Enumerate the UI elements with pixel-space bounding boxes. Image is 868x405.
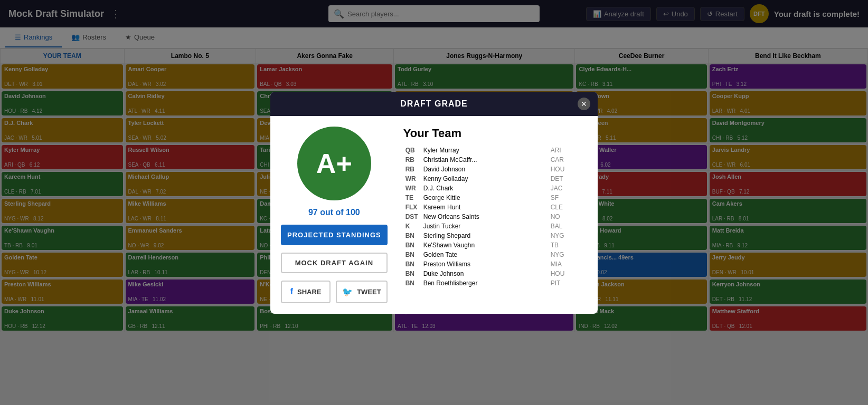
draft-grade-modal: DRAFT GRADE ✕ A+ 97 out of 100 PROJECTED… — [270, 92, 598, 314]
roster-position: BN — [403, 269, 421, 278]
roster-team: NYG — [549, 231, 587, 240]
roster-team: CAR — [549, 155, 587, 165]
roster-row: WR D.J. Chark JAC — [403, 184, 587, 193]
roster-position: TE — [403, 193, 421, 202]
grade-score: 97 out of 100 — [308, 208, 360, 217]
roster-row: DST New Orleans Saints NO — [403, 212, 587, 221]
roster-player-name: Kareem Hunt — [421, 202, 549, 212]
share-row: f SHARE 🐦 TWEET — [281, 281, 388, 303]
modal-left-panel: A+ 97 out of 100 PROJECTED STANDINGS MOC… — [281, 127, 388, 303]
roster-position: K — [403, 221, 421, 231]
mock-draft-again-button[interactable]: MOCK DRAFT AGAIN — [281, 253, 388, 273]
roster-position: FLX — [403, 202, 421, 212]
modal-title: DRAFT GRADE — [400, 99, 467, 108]
roster-position: RB — [403, 155, 421, 165]
roster-position: BN — [403, 250, 421, 259]
roster-position: RB — [403, 165, 421, 174]
modal-right-panel: Your Team QB Kyler Murray ARI RB Christi… — [403, 127, 587, 303]
roster-row: BN Preston Williams MIA — [403, 259, 587, 269]
roster-player-name: Ke'Shawn Vaughn — [421, 240, 549, 250]
roster-table: QB Kyler Murray ARI RB Christian McCaffr… — [403, 146, 587, 288]
roster-team: CLE — [549, 202, 587, 212]
grade-circle: A+ — [297, 127, 371, 200]
roster-player-name: Ben Roethlisberger — [421, 278, 549, 288]
roster-row: BN Ben Roethlisberger PIT — [403, 278, 587, 288]
roster-row: BN Duke Johnson HOU — [403, 269, 587, 278]
roster-position: BN — [403, 231, 421, 240]
roster-row: RB David Johnson HOU — [403, 165, 587, 174]
roster-position: BN — [403, 240, 421, 250]
roster-player-name: Duke Johnson — [421, 269, 549, 278]
roster-position: WR — [403, 174, 421, 184]
roster-player-name: Golden Tate — [421, 250, 549, 259]
tweet-button[interactable]: 🐦 TWEET — [336, 281, 388, 303]
roster-row: TE George Kittle SF — [403, 193, 587, 202]
roster-player-name: Kyler Murray — [421, 146, 549, 155]
roster-team: TB — [549, 240, 587, 250]
modal-body: A+ 97 out of 100 PROJECTED STANDINGS MOC… — [270, 116, 598, 314]
roster-player-name: Christian McCaffr... — [421, 155, 549, 165]
roster-team: NYG — [549, 250, 587, 259]
roster-row: RB Christian McCaffr... CAR — [403, 155, 587, 165]
your-team-title: Your Team — [403, 127, 587, 140]
facebook-icon: f — [290, 287, 293, 296]
roster-team: DET — [549, 174, 587, 184]
roster-player-name: Justin Tucker — [421, 221, 549, 231]
roster-row: QB Kyler Murray ARI — [403, 146, 587, 155]
roster-team: HOU — [549, 269, 587, 278]
roster-team: MIA — [549, 259, 587, 269]
roster-player-name: D.J. Chark — [421, 184, 549, 193]
roster-player-name: Kenny Golladay — [421, 174, 549, 184]
roster-row: WR Kenny Golladay DET — [403, 174, 587, 184]
twitter-icon: 🐦 — [342, 287, 353, 297]
roster-position: DST — [403, 212, 421, 221]
roster-team: NO — [549, 212, 587, 221]
modal-header: DRAFT GRADE ✕ — [270, 92, 598, 116]
roster-position: QB — [403, 146, 421, 155]
roster-team: SF — [549, 193, 587, 202]
roster-row: BN Golden Tate NYG — [403, 250, 587, 259]
modal-close-button[interactable]: ✕ — [578, 98, 590, 110]
roster-position: BN — [403, 278, 421, 288]
roster-team: HOU — [549, 165, 587, 174]
roster-team: JAC — [549, 184, 587, 193]
roster-position: BN — [403, 259, 421, 269]
modal-overlay: DRAFT GRADE ✕ A+ 97 out of 100 PROJECTED… — [0, 0, 868, 405]
grade-letter: A+ — [316, 148, 352, 179]
roster-team: BAL — [549, 221, 587, 231]
roster-player-name: New Orleans Saints — [421, 212, 549, 221]
roster-row: K Justin Tucker BAL — [403, 221, 587, 231]
roster-player-name: David Johnson — [421, 165, 549, 174]
roster-team: ARI — [549, 146, 587, 155]
roster-row: FLX Kareem Hunt CLE — [403, 202, 587, 212]
projected-standings-button[interactable]: PROJECTED STANDINGS — [281, 225, 388, 245]
roster-row: BN Sterling Shepard NYG — [403, 231, 587, 240]
roster-player-name: George Kittle — [421, 193, 549, 202]
roster-row: BN Ke'Shawn Vaughn TB — [403, 240, 587, 250]
roster-player-name: Sterling Shepard — [421, 231, 549, 240]
share-facebook-button[interactable]: f SHARE — [281, 281, 331, 303]
roster-team: PIT — [549, 278, 587, 288]
roster-player-name: Preston Williams — [421, 259, 549, 269]
roster-position: WR — [403, 184, 421, 193]
